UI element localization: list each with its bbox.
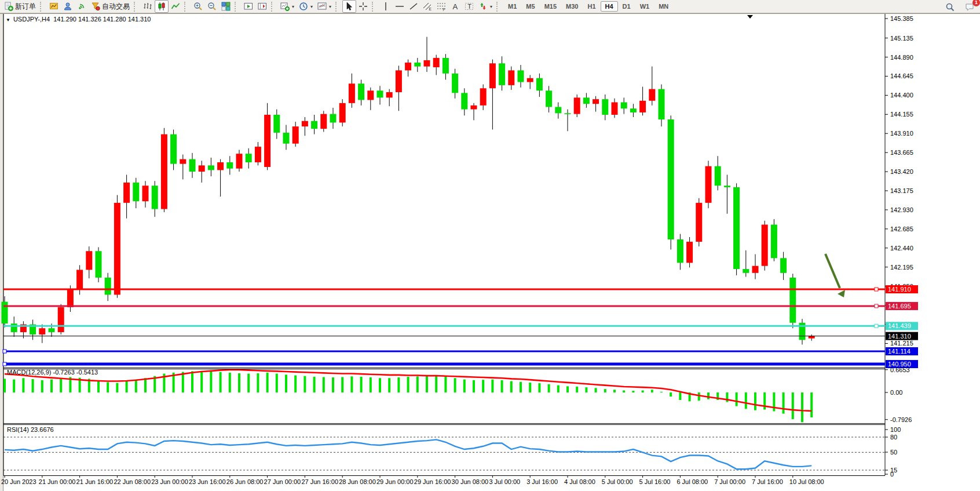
candle-74[interactable] — [696, 203, 702, 242]
chart-shift-button[interactable] — [255, 0, 269, 13]
oneclick-collapse-icon[interactable]: ▼ — [6, 17, 10, 23]
candle-51[interactable] — [480, 88, 487, 106]
line-chart-button[interactable] — [169, 0, 182, 13]
candle-54[interactable] — [508, 70, 514, 85]
candle-68[interactable] — [639, 101, 646, 112]
timeframe-w1-button[interactable]: W1 — [635, 1, 654, 12]
candle-38[interactable] — [358, 83, 364, 100]
candle-49[interactable] — [461, 93, 467, 109]
zoom-out-button[interactable] — [205, 0, 219, 13]
candle-42[interactable] — [396, 70, 402, 92]
candle-27[interactable] — [255, 147, 261, 162]
candle-28[interactable] — [264, 115, 270, 167]
candle-9[interactable] — [86, 251, 92, 270]
candle-23[interactable] — [217, 162, 224, 170]
profiles-button[interactable] — [61, 0, 75, 13]
candle-50[interactable] — [471, 106, 477, 110]
candle-80[interactable] — [752, 266, 759, 273]
candle-77[interactable] — [724, 186, 730, 187]
hline-handle[interactable] — [875, 288, 878, 291]
candle-8[interactable] — [76, 270, 83, 289]
candle-81[interactable] — [762, 224, 768, 265]
hline-handle[interactable] — [875, 304, 878, 308]
vline-button[interactable] — [379, 0, 393, 13]
search-button[interactable] — [943, 1, 957, 13]
candle-10[interactable] — [96, 251, 102, 278]
candle-72[interactable] — [677, 239, 683, 263]
dropdown-arrow-icon[interactable]: ▾ — [292, 4, 294, 9]
auto-scroll-button[interactable] — [242, 0, 255, 13]
candle-32[interactable] — [302, 121, 308, 126]
candle-21[interactable] — [199, 165, 205, 172]
signals-button[interactable] — [75, 0, 89, 13]
candle-58[interactable] — [546, 90, 552, 107]
templates-button[interactable]: ▾ — [315, 0, 334, 13]
timeframe-d1-button[interactable]: D1 — [618, 1, 635, 12]
candle-75[interactable] — [705, 166, 712, 203]
candle-46[interactable] — [433, 58, 440, 67]
candle-33[interactable] — [311, 121, 317, 129]
candle-82[interactable] — [771, 224, 777, 258]
candle-69[interactable] — [649, 89, 655, 101]
candle-15[interactable] — [142, 186, 149, 201]
text-button[interactable]: A — [448, 0, 462, 13]
timeframe-m15-button[interactable]: M15 — [540, 1, 561, 12]
candle-52[interactable] — [489, 63, 496, 88]
candle-5[interactable] — [49, 328, 55, 332]
candle-61[interactable] — [574, 97, 580, 114]
candle-16[interactable] — [152, 186, 158, 209]
candle-59[interactable] — [555, 107, 561, 114]
timeframe-m5-button[interactable]: M5 — [521, 1, 539, 12]
dropdown-arrow-icon[interactable]: ▾ — [329, 4, 331, 9]
new-chart-button[interactable] — [47, 0, 61, 13]
candle-0[interactable] — [2, 302, 8, 324]
candle-25[interactable] — [236, 154, 243, 169]
chart-title[interactable]: ▼USDJPY-,H4 141.290 141.326 141.280 141.… — [6, 16, 151, 23]
candle-76[interactable] — [715, 166, 721, 186]
zoom-in-button[interactable] — [191, 0, 205, 13]
candle-45[interactable] — [424, 60, 430, 67]
drawn-arrow-head[interactable] — [838, 290, 845, 297]
candle-19[interactable] — [180, 159, 186, 164]
shapes-button[interactable]: ▾ — [476, 0, 495, 13]
candle-79[interactable] — [743, 269, 749, 273]
candle-6[interactable] — [58, 307, 64, 332]
indicators-button[interactable]: ▾ — [278, 0, 297, 13]
tile-windows-button[interactable] — [219, 0, 233, 13]
channel-button[interactable]: E — [420, 0, 434, 13]
candle-13[interactable] — [123, 183, 130, 203]
candle-7[interactable] — [67, 289, 74, 307]
candle-78[interactable] — [733, 187, 740, 269]
candle-36[interactable] — [339, 103, 346, 123]
candle-39[interactable] — [367, 90, 374, 100]
candle-26[interactable] — [246, 154, 252, 162]
drawn-arrow[interactable] — [825, 254, 840, 288]
candle-30[interactable] — [283, 133, 290, 144]
candle-67[interactable] — [630, 108, 637, 112]
candle-43[interactable] — [405, 63, 411, 70]
candle-4[interactable] — [39, 328, 45, 334]
candle-29[interactable] — [273, 115, 280, 133]
crosshair-button[interactable] — [356, 0, 370, 13]
candle-55[interactable] — [518, 70, 524, 82]
notifications-button[interactable]: 1 — [963, 1, 977, 13]
candle-11[interactable] — [105, 278, 111, 295]
autotrading-button[interactable]: 自动交易 — [89, 0, 132, 13]
candle-37[interactable] — [349, 83, 355, 103]
candle-84[interactable] — [789, 278, 796, 323]
timeframe-h4-button[interactable]: H4 — [601, 1, 618, 12]
timeframe-m1-button[interactable]: M1 — [503, 1, 521, 12]
periods-button[interactable]: ▾ — [297, 0, 315, 13]
hline-handle[interactable] — [3, 350, 6, 353]
candle-86[interactable] — [809, 336, 815, 339]
candle-41[interactable] — [386, 92, 393, 97]
candle-22[interactable] — [208, 165, 214, 170]
candle-65[interactable] — [612, 102, 618, 115]
candle-62[interactable] — [583, 97, 590, 104]
candle-66[interactable] — [621, 102, 627, 108]
dropdown-arrow-icon[interactable]: ▾ — [490, 4, 492, 9]
candle-71[interactable] — [668, 119, 674, 239]
candle-17[interactable] — [161, 134, 167, 209]
candle-64[interactable] — [602, 99, 608, 115]
fibonacci-button[interactable]: F — [434, 0, 448, 13]
